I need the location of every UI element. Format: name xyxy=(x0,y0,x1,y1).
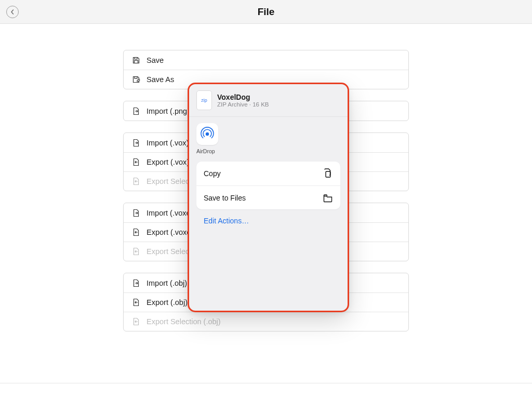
share-action-label: Copy xyxy=(204,169,221,178)
share-actions: CopySave to Files xyxy=(196,162,340,209)
export-icon xyxy=(132,177,140,185)
menu-item-label: Export (.obj) xyxy=(147,298,188,307)
menu-item-label: Save As xyxy=(147,75,174,84)
menu-item-label: Export Selection (.obj) xyxy=(147,317,221,326)
share-sheet: zip VoxelDog ZIP Archive · 16 KB A xyxy=(189,84,348,311)
chevron-left-icon xyxy=(10,9,15,15)
share-file-meta: ZIP Archive · 16 KB xyxy=(217,101,269,108)
share-action-copy[interactable]: Copy xyxy=(196,162,340,185)
airdrop-icon xyxy=(196,123,218,145)
menu-item-label: Import (.obj) xyxy=(147,279,187,287)
share-action-label: Save to Files xyxy=(204,194,246,202)
menu-item-label: Import (.voxel) xyxy=(147,209,195,217)
share-body: AirDrop CopySave to Files Edit Actions… xyxy=(189,117,348,311)
bottom-divider xyxy=(0,383,532,383)
share-file-header: zip VoxelDog ZIP Archive · 16 KB xyxy=(189,84,348,117)
menu-item-label: Export (.voxel) xyxy=(147,228,195,236)
export-icon xyxy=(132,317,140,326)
share-action-folder[interactable]: Save to Files xyxy=(196,185,340,209)
airdrop-label: AirDrop xyxy=(196,148,215,154)
export-icon xyxy=(132,247,140,256)
edit-actions-button[interactable]: Edit Actions… xyxy=(196,209,340,225)
page-title: File xyxy=(258,6,275,18)
zip-file-icon: zip xyxy=(196,90,212,110)
svg-rect-2 xyxy=(135,77,137,79)
import-icon xyxy=(132,279,140,287)
menu-item[interactable]: Save xyxy=(124,50,408,70)
import-icon xyxy=(132,107,140,115)
menu-item-label: Import (.vox) xyxy=(147,139,189,147)
airdrop-button[interactable]: AirDrop xyxy=(196,123,340,154)
share-file-name: VoxelDog xyxy=(217,93,269,101)
share-file-text: VoxelDog ZIP Archive · 16 KB xyxy=(217,93,269,108)
svg-rect-0 xyxy=(135,57,137,59)
header: File xyxy=(0,0,532,24)
svg-rect-1 xyxy=(135,60,138,63)
menu-item-label: Export (.vox) xyxy=(147,158,189,166)
export-icon xyxy=(132,228,140,236)
svg-rect-4 xyxy=(326,171,330,177)
export-icon xyxy=(132,158,140,166)
folder-icon xyxy=(323,193,333,203)
copy-icon xyxy=(323,168,333,179)
svg-point-3 xyxy=(206,132,209,136)
content-area: SaveSave AsImport (.png, .jpg)Import (.v… xyxy=(0,24,532,399)
menu-item-label: Save xyxy=(147,56,164,64)
import-icon xyxy=(132,209,140,217)
menu-item: Export Selection (.obj) xyxy=(124,312,408,331)
export-icon xyxy=(132,298,140,307)
save-icon xyxy=(132,56,140,64)
saveas-icon xyxy=(132,75,140,84)
menu-group: SaveSave As xyxy=(123,50,409,89)
back-button[interactable] xyxy=(6,6,19,18)
import-icon xyxy=(132,139,140,147)
